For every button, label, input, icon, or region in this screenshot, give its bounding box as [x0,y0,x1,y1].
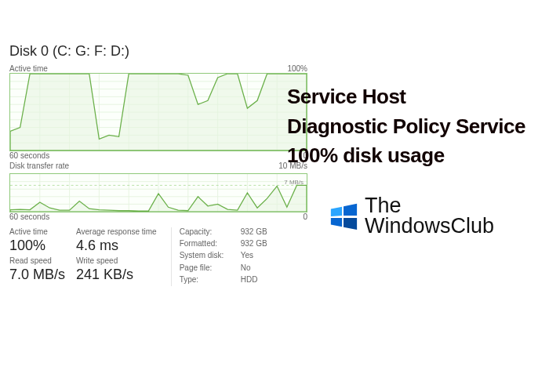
stat-active-time-label: Active time [9,227,65,236]
active-time-xleft: 60 seconds [9,151,49,160]
svg-marker-34 [344,203,357,215]
prop-pagefile-value: No [241,263,267,274]
stat-avg-resp-label: Average response time [76,227,157,236]
active-time-max: 100% [287,64,307,73]
active-time-xaxis: 60 seconds 0 [9,151,307,160]
active-time-chart [9,73,307,151]
stat-active-time-value: 100% [9,238,65,255]
prop-capacity-label: Capacity: [180,227,236,238]
stat-read-value: 7.0 MB/s [9,267,65,284]
svg-marker-36 [344,218,357,230]
overlay-line2: Diagnostic Policy Service [287,112,538,142]
overlay-caption: Service Host Diagnostic Policy Service 1… [287,82,538,171]
prop-pagefile-label: Page file: [180,263,236,274]
stat-block-left: Active time 100% Average response time 4… [9,227,157,286]
windows-flag-icon [329,201,358,231]
prop-formatted-value: 932 GB [241,239,267,250]
transfer-chart: 7 MB/s [9,173,307,212]
svg-marker-33 [331,206,342,216]
stat-write-label: Write speed [76,256,157,265]
transfer-label: Disk transfer rate [9,162,69,170]
logo-line2: WindowsClub [365,216,494,237]
prop-formatted-label: Formatted: [180,239,236,250]
logo-text: The WindowsClub [365,196,494,236]
stat-avg-resp-value: 4.6 ms [76,238,157,255]
active-time-label: Active time [9,64,48,73]
stats-row: Active time 100% Average response time 4… [9,227,307,286]
prop-type-label: Type: [180,275,236,286]
prop-system-value: Yes [241,251,267,262]
prop-type-value: HDD [241,275,267,286]
prop-capacity-value: 932 GB [241,227,267,238]
svg-marker-35 [331,218,342,227]
prop-system-label: System disk: [180,251,236,262]
stat-read-label: Read speed [9,256,65,265]
transfer-xright: 0 [303,212,307,221]
active-time-header: Active time 100% [9,64,307,73]
logo-line1: The [365,196,494,216]
disk-properties: Capacity: 932 GB Formatted: 932 GB Syste… [171,227,267,286]
transfer-xaxis: 60 seconds 0 [9,212,307,221]
transfer-header: Disk transfer rate 10 MB/s [9,162,307,170]
thewindowsclub-logo: The WindowsClub [329,196,494,236]
stat-write-value: 241 KB/s [76,267,157,284]
overlay-line3: 100% disk usage [287,141,538,171]
disk-performance-panel: Disk 0 (C: G: F: D:) Active time 100% [9,43,307,286]
overlay-line1: Service Host [287,82,538,112]
transfer-xleft: 60 seconds [9,212,49,221]
disk-title: Disk 0 (C: G: F: D:) [9,43,307,60]
